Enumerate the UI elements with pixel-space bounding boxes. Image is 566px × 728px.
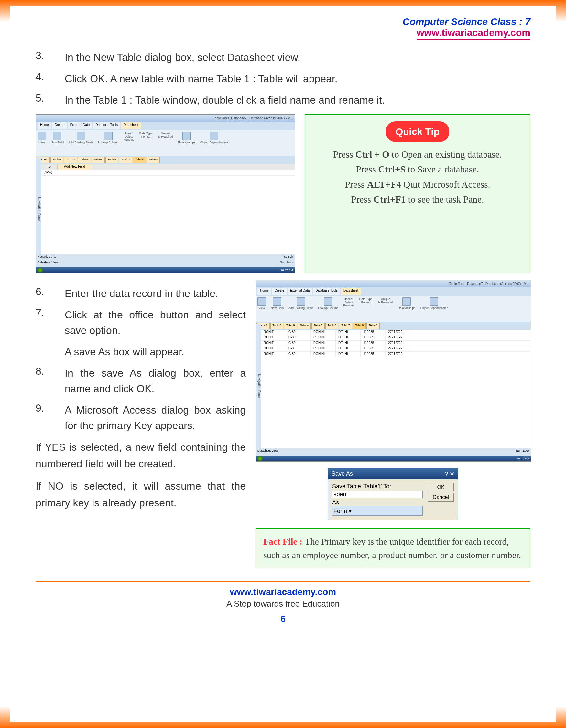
relationships-icon[interactable] [183,132,191,140]
navigation-pane[interactable]: Navigation Pane [36,158,41,260]
lookup-icon[interactable] [104,132,113,140]
header-title: Computer Science Class : 7 [36,16,530,27]
saveas-label: Save Table 'Table1' To: [332,483,425,490]
footer-link[interactable]: www.tiwariacademy.com [36,587,530,597]
step-7: 7.Click at the office button and select … [36,307,246,359]
page-footer: www.tiwariacademy.com A Step towards fre… [36,581,530,624]
footer-tagline: A Step towards free Education [36,599,530,609]
objdep-icon[interactable] [210,132,218,140]
tab-datasheet[interactable]: Datasheet [121,122,141,129]
step-3: 3.In the New Table dialog box, select Da… [36,50,530,65]
quick-tip-box: Quick Tip Press Ctrl + O to Open an exis… [305,114,530,273]
header-link[interactable]: www.tiwariacademy.com [416,27,530,40]
saveas-as-label: As [332,499,425,506]
page-number: 6 [36,614,530,624]
access-screenshot-2: Table Tools Database7 : Database (Access… [256,280,531,462]
table-row[interactable]: ROHITC-80ROHINIDELHI11008527212722 [261,352,531,357]
table-row[interactable]: ROHITC-80ROHINIDELHI11008527212722 [261,346,531,352]
cancel-button[interactable]: Cancel [428,493,454,502]
view-icon[interactable] [38,132,46,140]
step-6: 6.Enter the data record in the table. [36,286,246,301]
saveas-name-input[interactable] [332,491,423,498]
step-9: 9.A Microsoft Access dialog box asking f… [36,402,246,433]
taskbar: 10:07 PM [36,267,294,273]
start-icon[interactable] [38,268,43,273]
tab-external[interactable]: External Data [68,122,93,129]
saveas-type-select[interactable]: Form ▾ [332,506,423,516]
dialog-title: Save As [331,470,353,478]
table-tabs: Table1Table2Table3Table4Table5Table6Tabl… [36,156,294,164]
para-yes: If YES is selected, a new field containi… [36,439,246,472]
col-id[interactable]: ID [41,164,58,170]
step-4: 4.Click OK. A new table with name Table … [36,71,530,86]
col-addnew[interactable]: Add New Field [58,164,92,170]
tab-home[interactable]: Home [38,122,51,129]
ok-button[interactable]: OK [428,483,454,491]
access-screenshot-1: Table Tools Database7 : Database (Access… [36,114,295,273]
ribbon-tabs: HomeCreateExternal DataDatabase ToolsDat… [36,122,294,130]
fact-file-label: Fact File : [263,536,305,546]
table-row[interactable]: ROHITC-80ROHINIDELHI11008527212722 [261,335,531,341]
close-icon[interactable]: ? ✕ [445,470,454,478]
para-no: If NO is selected, it will assume that t… [36,478,246,511]
step-5: 5.In the Table 1 : Table window, double … [36,92,530,108]
newfield-icon[interactable] [53,132,61,140]
table-row[interactable]: ROHITC-80ROHINIDELHI11008527212722 [261,330,531,335]
save-as-dialog: Save As? ✕ Save Table 'Table1' To: As Fo… [327,468,458,520]
fact-file-box: Fact File : The Primary key is the uniqu… [256,528,530,568]
tab-create[interactable]: Create [52,122,67,129]
tab-dbtools[interactable]: Database Tools [93,122,120,129]
window-titlebar: Table Tools Database7 : Database (Access… [36,115,294,122]
start-icon[interactable] [258,456,263,461]
table-row[interactable]: ROHITC-80ROHINIDELHI11008527212722 [261,341,531,346]
addexisting-icon[interactable] [77,132,85,140]
quick-tip-badge: Quick Tip [386,121,449,142]
ribbon: View New Field Add Existing Fields Looku… [36,130,294,156]
page-header: Computer Science Class : 7 www.tiwariaca… [36,16,530,40]
step-8: 8.In the save As dialog box, enter a nam… [36,365,246,396]
